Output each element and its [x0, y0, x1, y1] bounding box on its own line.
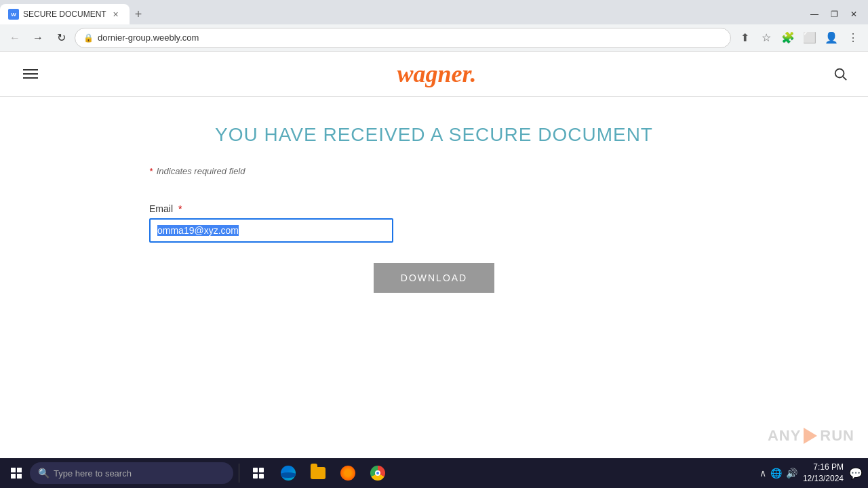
split-view-button[interactable]: ⬜	[800, 28, 819, 47]
tab-favicon: W	[8, 9, 19, 20]
windows-icon	[11, 468, 22, 479]
website-content: wagner. YOU HAVE RECEIVED A SECURE DOCUM…	[0, 52, 868, 458]
url-bar[interactable]: 🔒 dornier-group.weebly.com	[75, 28, 731, 48]
firefox-icon	[340, 466, 355, 481]
time-date-display[interactable]: 7:16 PM 12/13/2024	[803, 462, 844, 485]
chrome-taskbar-icon[interactable]	[364, 460, 391, 487]
forward-button[interactable]: →	[28, 28, 47, 47]
svg-line-1	[843, 77, 846, 80]
hamburger-line	[23, 73, 38, 75]
required-note: * Indicates required field	[149, 166, 719, 176]
new-tab-button[interactable]: +	[130, 5, 148, 24]
more-button[interactable]: ⋮	[844, 28, 863, 47]
taskbar-right: ∧ 🌐 🔊 7:16 PM 12/13/2024 💬	[760, 462, 863, 485]
email-form-group: Email *	[149, 203, 719, 243]
email-label: Email *	[149, 203, 719, 214]
window-controls: — ❐ ✕	[805, 7, 868, 22]
task-view-icon	[253, 468, 264, 479]
network-icon[interactable]: 🌐	[770, 468, 782, 479]
extensions-button[interactable]: 🧩	[778, 28, 797, 47]
notification-button[interactable]: 💬	[849, 467, 863, 480]
browser-chrome: W SECURE DOCUMENT × + — ❐ ✕ ← → ↻ 🔒 dorn…	[0, 0, 868, 52]
site-search-button[interactable]	[833, 66, 848, 81]
page-heading: YOU HAVE RECEIVED A SECURE DOCUMENT	[149, 124, 719, 146]
system-icons: ∧ 🌐 🔊	[760, 468, 797, 479]
search-icon	[833, 66, 848, 81]
taskbar-search-icon: 🔍	[38, 468, 50, 479]
task-view-button[interactable]	[245, 460, 272, 487]
email-required-star: *	[178, 203, 182, 214]
browser-tab[interactable]: W SECURE DOCUMENT ×	[0, 4, 130, 24]
profile-button[interactable]: 👤	[822, 28, 841, 47]
edge-browser-icon	[281, 466, 296, 481]
url-text: dornier-group.weebly.com	[98, 33, 722, 43]
taskbar-search-placeholder: Type here to search	[54, 468, 132, 479]
hamburger-line	[23, 77, 38, 79]
main-content: YOU HAVE RECEIVED A SECURE DOCUMENT * In…	[129, 97, 739, 320]
reload-button[interactable]: ↻	[52, 28, 71, 47]
taskbar: 🔍 Type here to search ∧ 🌐 🔊	[0, 458, 868, 488]
anyrun-watermark: ANY RUN	[768, 427, 854, 445]
tab-close-button[interactable]: ×	[111, 9, 121, 20]
tab-bar: W SECURE DOCUMENT × + — ❐ ✕	[0, 0, 868, 24]
download-button-wrapper: DOWNLOAD	[149, 263, 719, 293]
hamburger-menu-button[interactable]	[20, 66, 41, 81]
folder-icon	[311, 467, 326, 479]
browser-actions: ⬆ ☆ 🧩 ⬜ 👤 ⋮	[735, 28, 863, 47]
minimize-button[interactable]: —	[805, 7, 824, 22]
watermark-text: ANY RUN	[768, 427, 854, 445]
site-header: wagner.	[0, 52, 868, 97]
share-button[interactable]: ⬆	[735, 28, 754, 47]
chrome-icon	[370, 466, 385, 481]
address-bar: ← → ↻ 🔒 dornier-group.weebly.com ⬆ ☆ 🧩 ⬜…	[0, 24, 868, 52]
back-button[interactable]: ←	[5, 28, 24, 47]
time-display: 7:16 PM	[803, 462, 844, 473]
play-icon	[804, 428, 817, 444]
site-logo: wagner.	[397, 60, 476, 88]
lock-icon: 🔒	[83, 33, 94, 43]
hamburger-line	[23, 69, 38, 70]
taskbar-divider	[239, 464, 239, 483]
chevron-up-icon[interactable]: ∧	[760, 468, 766, 479]
required-star: *	[149, 166, 153, 176]
email-input[interactable]	[149, 218, 393, 243]
edge-taskbar-icon[interactable]	[275, 460, 302, 487]
close-window-button[interactable]: ✕	[845, 7, 863, 22]
speaker-icon[interactable]: 🔊	[786, 468, 797, 479]
file-explorer-taskbar-icon[interactable]	[304, 460, 332, 487]
bookmark-button[interactable]: ☆	[757, 28, 776, 47]
start-button[interactable]	[5, 465, 27, 481]
svg-point-0	[835, 69, 844, 78]
maximize-button[interactable]: ❐	[825, 7, 844, 22]
taskbar-search[interactable]: 🔍 Type here to search	[30, 462, 233, 484]
firefox-taskbar-icon[interactable]	[334, 460, 361, 487]
tab-title: SECURE DOCUMENT	[23, 9, 106, 19]
download-button[interactable]: DOWNLOAD	[374, 263, 494, 293]
date-display: 12/13/2024	[803, 473, 844, 485]
